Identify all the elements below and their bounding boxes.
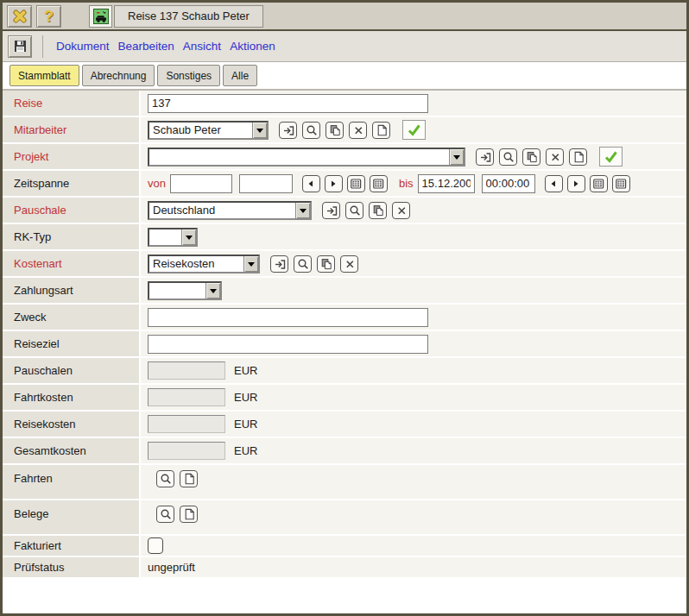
tab-abrechnung[interactable]: Abrechnung (82, 65, 155, 86)
kostenart-goto-button[interactable] (270, 255, 288, 273)
goto-icon (478, 150, 492, 164)
form-row-mitarbeiter: Mitarbeiter Schaub Peter (3, 117, 686, 144)
kostenart-clear-button[interactable] (340, 255, 358, 273)
bis-calendar-date-button[interactable] (590, 175, 608, 192)
field-label-projekt: Projekt (3, 144, 141, 169)
von-calendar-time-button[interactable] (370, 175, 388, 192)
fahrten-search-button[interactable] (156, 470, 174, 487)
form-row-pauschale: Pauschale Deutschland (3, 198, 686, 224)
mitarbeiter-confirm-button[interactable] (402, 120, 426, 140)
bis-date-input[interactable] (418, 174, 475, 193)
projekt-confirm-button[interactable] (599, 147, 623, 167)
von-next-button[interactable] (325, 175, 343, 192)
menu-aktionen[interactable]: Aktionen (225, 40, 280, 53)
chevron-down-icon[interactable] (205, 283, 220, 299)
pauschale-copy-button[interactable] (369, 202, 387, 219)
chevron-down-icon[interactable] (181, 229, 196, 245)
reiseziel-input[interactable] (148, 335, 428, 354)
von-label: von (148, 177, 166, 190)
currency-label: EUR (234, 418, 257, 431)
mitarbeiter-search-button[interactable] (302, 122, 320, 139)
field-label-zweck: Zweck (3, 305, 141, 330)
belege-new-button[interactable] (180, 506, 198, 523)
von-calendar-date-button[interactable] (347, 175, 365, 192)
projekt-copy-button[interactable] (522, 148, 540, 166)
form-row-zahlungsart: Zahlungsart (3, 278, 686, 305)
search-icon (296, 257, 310, 271)
goto-icon (273, 257, 287, 271)
form-row-gesamtkosten: Gesamtkosten EUR (3, 438, 686, 465)
form-row-fakturiert: Fakturiert (3, 536, 686, 557)
mitarbeiter-dropdown[interactable]: Schaub Peter (148, 121, 269, 140)
save-button[interactable] (8, 35, 32, 58)
projekt-goto-button[interactable] (476, 148, 494, 166)
kostenart-dropdown[interactable]: Reisekosten (148, 255, 260, 273)
calendar-icon (614, 177, 628, 191)
field-label-fahrten: Fahrten (3, 465, 141, 499)
mitarbeiter-goto-button[interactable] (279, 122, 297, 139)
menu-bearbeiten[interactable]: Bearbeiten (114, 40, 179, 53)
field-label-zahlungsart: Zahlungsart (3, 278, 141, 303)
help-button[interactable]: ? (36, 5, 61, 28)
chevron-down-icon[interactable] (243, 256, 258, 272)
close-button[interactable] (7, 5, 32, 28)
pauschalen-amount-field (148, 361, 225, 380)
pauschale-value: Deutschland (149, 204, 310, 217)
kostenart-search-button[interactable] (294, 255, 312, 273)
search-icon (159, 507, 173, 521)
form-row-reise: Reise (3, 91, 686, 117)
bis-calendar-time-button[interactable] (612, 175, 630, 192)
field-label-gesamtkosten: Gesamtkosten (3, 438, 141, 463)
mitarbeiter-new-button[interactable] (372, 122, 390, 139)
bis-time-input[interactable] (482, 174, 535, 193)
mitarbeiter-value: Schaub Peter (149, 123, 267, 136)
von-time-input[interactable] (239, 174, 293, 193)
form-row-pruefstatus: Prüfstatus ungeprüft (3, 557, 686, 579)
fahrten-new-button[interactable] (180, 470, 198, 487)
document-title-group: Reise 137 Schaub Peter (89, 5, 263, 28)
bis-prev-button[interactable] (545, 175, 563, 192)
menu-dokument[interactable]: Dokument (52, 40, 114, 53)
tab-stammblatt[interactable]: Stammblatt (9, 65, 79, 86)
new-document-icon (182, 472, 196, 486)
chevron-down-icon[interactable] (252, 123, 267, 138)
form-row-zeitspanne: Zeitspanne von bis (3, 171, 686, 198)
field-label-fahrtkosten: Fahrtkosten (3, 385, 141, 410)
menu-ansicht[interactable]: Ansicht (179, 40, 225, 53)
rktyp-dropdown[interactable] (148, 228, 198, 247)
projekt-dropdown[interactable] (148, 148, 465, 167)
field-label-pruefstatus: Prüfstatus (3, 557, 141, 577)
tab-alle[interactable]: Alle (223, 65, 257, 86)
bis-next-button[interactable] (567, 175, 585, 192)
tab-strip: Stammblatt Abrechnung Sonstiges Alle (3, 62, 686, 89)
search-icon (159, 472, 173, 486)
copy-icon (319, 257, 333, 271)
pauschale-dropdown[interactable]: Deutschland (148, 201, 312, 220)
pauschale-search-button[interactable] (345, 202, 363, 219)
pauschale-clear-button[interactable] (392, 202, 410, 219)
field-label-reisekosten: Reisekosten (3, 412, 141, 437)
gesamtkosten-amount-field (148, 442, 225, 460)
mitarbeiter-copy-button[interactable] (326, 122, 344, 139)
von-date-input[interactable] (170, 174, 232, 193)
tab-sonstiges[interactable]: Sonstiges (157, 65, 220, 86)
pauschale-goto-button[interactable] (322, 202, 340, 219)
projekt-clear-button[interactable] (546, 148, 564, 166)
fakturiert-checkbox[interactable] (148, 537, 163, 554)
belege-search-button[interactable] (156, 506, 174, 523)
zahlungsart-dropdown[interactable] (148, 281, 222, 300)
chevron-down-icon[interactable] (295, 203, 310, 218)
kostenart-copy-button[interactable] (317, 255, 335, 273)
clear-icon (395, 204, 408, 217)
chevron-down-icon[interactable] (449, 149, 464, 165)
search-icon (348, 204, 362, 217)
copy-icon (371, 204, 385, 217)
projekt-search-button[interactable] (499, 148, 517, 166)
zweck-input[interactable] (148, 308, 428, 327)
von-prev-button[interactable] (302, 175, 320, 192)
mitarbeiter-clear-button[interactable] (349, 122, 367, 139)
clear-icon (548, 150, 562, 164)
projekt-new-button[interactable] (569, 148, 587, 166)
field-label-reise: Reise (3, 91, 141, 116)
reise-input[interactable] (148, 94, 428, 113)
